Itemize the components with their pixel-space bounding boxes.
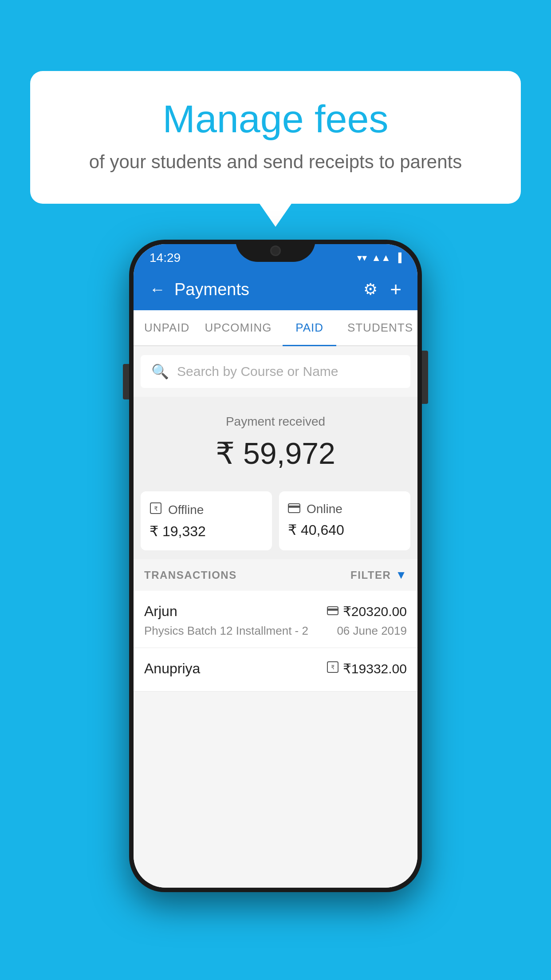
transaction-amount-anupriya: ₹19332.00 — [343, 661, 407, 676]
offline-card-top: ₹ Offline — [150, 502, 263, 518]
svg-rect-3 — [288, 506, 300, 508]
offline-icon: ₹ — [150, 502, 162, 518]
filter-label: FILTER — [350, 569, 391, 581]
status-icons: ▾▾ ▲▲ ▐ — [357, 252, 401, 264]
transaction-amount-wrapper-arjun: ₹20320.00 — [327, 604, 407, 619]
tab-students[interactable]: STUDENTS — [343, 310, 417, 345]
search-placeholder: Search by Course or Name — [177, 364, 338, 379]
transaction-type-icon-arjun — [327, 605, 338, 618]
phone-wrapper: 14:29 ▾▾ ▲▲ ▐ ← Payments ⚙ + — [129, 240, 422, 892]
transaction-row-anupriya[interactable]: Anupriya ₹ ₹19332.00 — [134, 648, 417, 692]
online-card-top: Online — [288, 502, 401, 516]
phone-outer: 14:29 ▾▾ ▲▲ ▐ ← Payments ⚙ + — [129, 240, 422, 892]
bubble-subtitle: of your students and send receipts to pa… — [66, 151, 485, 173]
offline-amount: ₹ 19,332 — [150, 523, 263, 540]
transaction-date-arjun: 06 June 2019 — [337, 624, 407, 638]
transaction-bottom-arjun: Physics Batch 12 Installment - 2 06 June… — [144, 624, 407, 638]
app-bar: ← Payments ⚙ + — [134, 269, 417, 310]
filter-section[interactable]: FILTER ▼ — [350, 568, 407, 582]
transaction-row[interactable]: Arjun ₹20320.00 Physics — [134, 591, 417, 648]
transaction-course-arjun: Physics Batch 12 Installment - 2 — [144, 624, 308, 638]
phone-screen: 14:29 ▾▾ ▲▲ ▐ ← Payments ⚙ + — [134, 244, 417, 888]
tab-paid[interactable]: PAID — [276, 310, 342, 345]
phone-notch — [236, 240, 315, 262]
content-area: 🔍 Search by Course or Name Payment recei… — [134, 355, 417, 888]
transactions-label: TRANSACTIONS — [144, 569, 237, 581]
transaction-top-anupriya: Anupriya ₹ ₹19332.00 — [144, 660, 407, 677]
tabs-container: UNPAID UPCOMING PAID STUDENTS — [134, 310, 417, 346]
tab-unpaid[interactable]: UNPAID — [134, 310, 200, 345]
filter-icon: ▼ — [395, 568, 407, 582]
payment-cards: ₹ Offline ₹ 19,332 — [134, 484, 417, 559]
app-bar-left: ← Payments — [150, 280, 249, 299]
transaction-top-arjun: Arjun ₹20320.00 — [144, 603, 407, 620]
payment-received-label: Payment received — [142, 415, 409, 429]
transaction-amount-wrapper-anupriya: ₹ ₹19332.00 — [327, 661, 407, 676]
transaction-type-icon-anupriya: ₹ — [327, 661, 338, 676]
svg-text:₹: ₹ — [154, 505, 158, 512]
online-icon — [288, 502, 300, 516]
svg-rect-5 — [327, 609, 338, 611]
front-camera — [270, 245, 281, 256]
back-button[interactable]: ← — [150, 280, 165, 299]
payment-total-amount: ₹ 59,972 — [142, 436, 409, 471]
bubble-title: Manage fees — [66, 98, 485, 141]
search-icon: 🔍 — [151, 363, 169, 380]
app-bar-actions: ⚙ + — [363, 278, 401, 300]
svg-text:₹: ₹ — [331, 664, 335, 671]
transaction-amount-arjun: ₹20320.00 — [343, 604, 407, 619]
signal-icon: ▲▲ — [371, 252, 391, 264]
payment-received-section: Payment received ₹ 59,972 — [134, 397, 417, 484]
battery-icon: ▐ — [395, 253, 401, 263]
tab-upcoming[interactable]: UPCOMING — [200, 310, 276, 345]
transaction-name-arjun: Arjun — [144, 603, 177, 620]
offline-label: Offline — [168, 503, 204, 517]
add-icon[interactable]: + — [390, 278, 401, 300]
speech-bubble-wrapper: Manage fees of your students and send re… — [30, 71, 521, 204]
transactions-header: TRANSACTIONS FILTER ▼ — [134, 559, 417, 591]
settings-icon[interactable]: ⚙ — [363, 280, 378, 299]
status-time: 14:29 — [150, 251, 181, 265]
svg-rect-2 — [288, 504, 300, 513]
offline-payment-card: ₹ Offline ₹ 19,332 — [141, 491, 272, 550]
transaction-name-anupriya: Anupriya — [144, 660, 200, 677]
search-bar[interactable]: 🔍 Search by Course or Name — [141, 355, 410, 388]
speech-bubble: Manage fees of your students and send re… — [30, 71, 521, 204]
online-label: Online — [307, 502, 342, 516]
wifi-icon: ▾▾ — [357, 252, 367, 264]
online-payment-card: Online ₹ 40,640 — [279, 491, 410, 550]
app-bar-title: Payments — [174, 280, 249, 299]
online-amount: ₹ 40,640 — [288, 522, 401, 538]
